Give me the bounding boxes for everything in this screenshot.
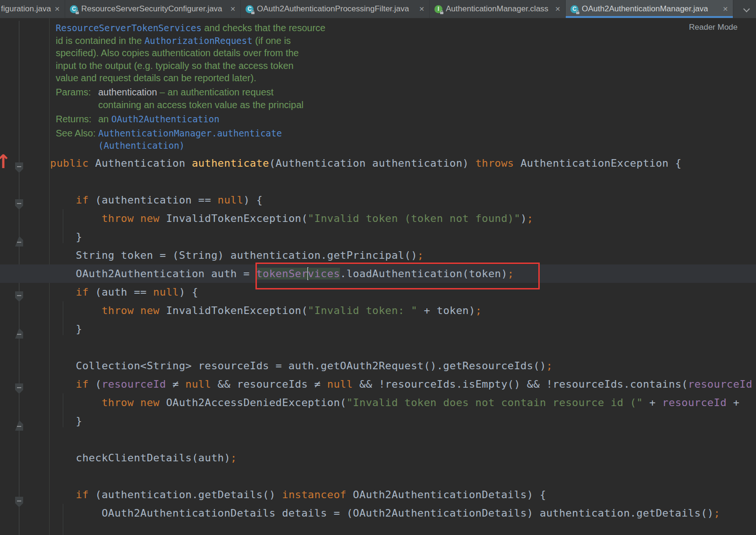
code-token: && resourceIds ≠ [211,378,327,390]
tab-resourceserversecurityconfigurer-java[interactable]: CResourceServerSecurityConfigurer.java✕ [65,0,241,18]
code-line[interactable]: if (authentication.getDetails() instance… [0,485,756,504]
code-token [50,305,102,316]
code-line[interactable] [0,430,756,449]
code-line[interactable]: } [0,228,756,246]
close-icon[interactable]: ✕ [555,6,561,12]
doc-section-seealso: See Also:AuthenticationManager.authentic… [56,127,386,152]
code-line[interactable]: if (resourceId ≠ null && resourceIds ≠ n… [0,375,756,393]
code-line[interactable]: throw new OAuth2AccessDeniedException("I… [0,393,756,412]
code-token: throws [476,157,521,169]
code-token [50,286,76,298]
code-token: if [76,194,89,206]
code-token [134,305,140,316]
close-icon[interactable]: ✕ [54,6,60,12]
code-line[interactable]: } [0,320,756,338]
code-line[interactable]: throw new InvalidTokenException("Invalid… [0,209,756,228]
code-line[interactable]: Collection<String> resourceIds = auth.ge… [0,357,756,375]
code-token: ; [714,507,720,519]
annotation-red-box [255,263,540,289]
doc-line: value and request details can be reporte… [56,72,386,85]
doc-text: containing an access token value as the … [98,100,304,110]
code-token: "Invalid token: " [308,305,417,316]
code-token: } [50,231,82,243]
code-token: null [218,194,244,206]
code-token: null [327,378,353,390]
code-area[interactable]: public Authentication authenticate(Authe… [0,154,756,522]
close-icon[interactable]: ✕ [722,6,728,12]
code-line[interactable]: String token = (String) authentication.g… [0,246,756,264]
code-token: + [643,397,662,408]
doc-section-params: Params:authentication – an authenticatio… [56,86,386,111]
code-token: new [140,305,160,316]
lock-icon [76,12,79,14]
close-icon[interactable]: ✕ [230,6,236,12]
doc-text: id is contained in the [56,35,144,46]
code-token: ≠ [166,378,186,390]
code-token [50,489,76,501]
tab-authenticationmanager-class[interactable]: IAuthenticationManager.class✕ [430,0,566,18]
code-token: ) { [179,286,198,298]
tab-oauth2authenticationprocessingfilter-java[interactable]: COAuth2AuthenticationProcessingFilter.ja… [241,0,430,18]
code-line[interactable] [0,338,756,357]
doc-text: input to the output (e.g. typically so t… [56,60,294,71]
doc-code-ref: OAuth2Authentication [111,114,220,124]
doc-line: an OAuth2Authentication [98,113,220,126]
tab-oauth2authenticationmanager-java[interactable]: COAuth2AuthenticationManager.java✕ [566,0,733,18]
code-token: ; [546,360,553,372]
code-token: ) [520,212,527,224]
code-token: "Invalid token does not contain resource… [347,397,643,408]
doc-text: and checks that the resource [202,23,325,33]
doc-code-ref: AuthorizationRequest [144,35,253,46]
reader-mode-label[interactable]: Reader Mode [689,23,738,32]
code-token: null [153,286,179,298]
code-token: ; [527,212,534,224]
doc-link[interactable]: AuthenticationManager.authenticate [98,128,282,138]
chevron-down-icon[interactable] [744,6,749,12]
tab-label: OAuth2AuthenticationProcessingFilter.jav… [257,4,409,14]
code-line[interactable] [0,172,756,191]
doc-line: containing an access token value as the … [98,99,304,111]
code-token: if [76,286,89,298]
code-line[interactable] [0,467,756,485]
code-token: && !resourceIds.isEmpty() && !resourceId… [353,378,688,390]
code-token: AuthenticationException { [520,157,681,169]
code-token: (authentication.getDetails() [89,489,282,501]
doc-line: authentication – an authentication reque… [98,86,304,99]
code-token: OAuth2AuthenticationDetails) { [347,489,546,501]
class-icon: C [70,5,78,13]
doc-text: authentication [98,87,157,97]
code-line[interactable]: if (authentication == null) { [0,191,756,209]
code-line[interactable]: } [0,412,756,430]
lock-icon [576,12,579,14]
tab-label: figuration.java [1,4,51,14]
code-line[interactable]: checkClientDetails(auth); [0,449,756,467]
code-token: } [50,323,82,335]
code-line[interactable]: throw new InvalidTokenException("Invalid… [0,301,756,320]
code-token: OAuth2AuthenticationDetails details = (O… [50,507,714,519]
code-line[interactable]: OAuth2AuthenticationDetails details = (O… [0,504,756,522]
code-token [134,397,140,408]
code-token: throw [102,397,134,408]
doc-text: (if one is [253,35,291,46]
doc-text: specified). Also copies authentication d… [56,48,299,58]
doc-text: – an authentication request [157,87,274,97]
interface-icon: I [434,5,442,13]
doc-line: input to the output (e.g. typically so t… [56,59,386,72]
code-token: + [727,397,739,408]
code-token: null [186,378,212,390]
doc-description: ResourceServerTokenServices and checks t… [56,22,386,85]
doc-section-value: AuthenticationManager.authenticate(Authe… [98,127,282,152]
close-icon[interactable]: ✕ [419,6,425,12]
tab-figuration-java[interactable]: figuration.java✕ [0,0,65,18]
doc-section-returns: Returns:an OAuth2Authentication [56,113,386,126]
doc-link[interactable]: (Authentication) [98,140,185,151]
code-token: ; [417,249,424,261]
code-token: new [140,212,160,224]
doc-line: ResourceServerTokenServices and checks t… [56,22,386,34]
code-token: Collection<String> resourceIds = auth.ge… [50,360,546,372]
class-icon: C [246,5,254,13]
doc-section-label: See Also: [56,127,98,152]
code-token: InvalidTokenException( [160,212,308,224]
code-token: + token) [417,305,476,316]
code-line[interactable]: public Authentication authenticate(Authe… [0,154,756,172]
